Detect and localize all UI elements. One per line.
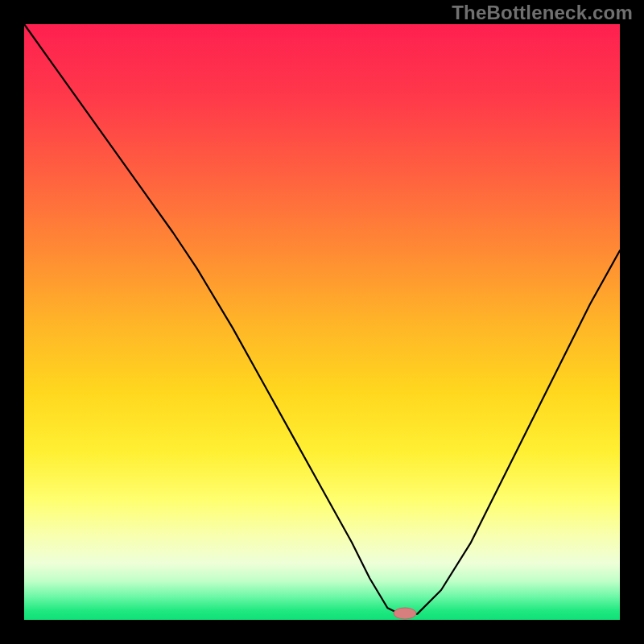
chart-frame: TheBottleneck.com	[0, 0, 644, 644]
optimum-marker	[394, 608, 416, 619]
plot-background	[24, 24, 620, 620]
chart-svg	[0, 0, 644, 644]
watermark-text: TheBottleneck.com	[452, 2, 633, 24]
